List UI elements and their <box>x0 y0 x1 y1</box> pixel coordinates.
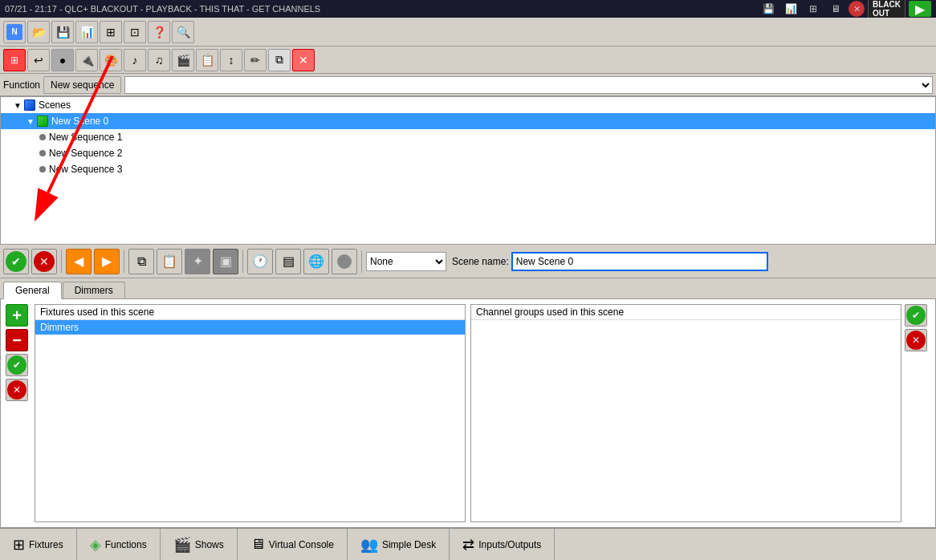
scene-name-input[interactable] <box>511 252 768 271</box>
video-toolbar-btn[interactable]: ♫ <box>148 49 170 71</box>
new-button[interactable]: N <box>3 21 26 43</box>
close-win-icon[interactable]: ✕ <box>849 1 865 17</box>
save-win-icon[interactable]: 💾 <box>759 1 778 17</box>
plugin-win-icon[interactable]: ⊞ <box>804 1 823 17</box>
tree-area: ▼ Scenes ▼ New Scene 0 New Sequence 1 Ne… <box>0 96 936 245</box>
copy-toolbar-btn[interactable]: ⧉ <box>268 49 291 71</box>
paste-mid-btn[interactable]: 📋 <box>157 249 182 274</box>
star-mid-btn[interactable]: ✦ <box>185 249 210 274</box>
dmx-win-icon[interactable]: 🖥 <box>826 1 845 17</box>
functions-bottom-label: Functions <box>105 539 147 550</box>
bottom-tab-simple-desk[interactable]: 👥 Simple Desk <box>348 529 450 560</box>
uncheck-fixture-button[interactable]: ✕ <box>6 379 28 401</box>
copy-mid-btn[interactable]: ⧉ <box>128 249 154 274</box>
tree-item-seq2[interactable]: New Sequence 2 <box>1 145 935 161</box>
tree-item-seq3[interactable]: New Sequence 3 <box>1 161 935 177</box>
expand-scenes-arrow: ▼ <box>14 101 22 110</box>
delete-toolbar-btn[interactable]: ✕ <box>292 49 315 71</box>
bottom-tab-functions[interactable]: ◈ Functions <box>77 529 161 560</box>
cursor-toolbar-btn[interactable]: ↕ <box>220 49 242 71</box>
collapse-mid-btn[interactable]: ▤ <box>275 249 301 274</box>
tab-dimmers[interactable]: Dimmers <box>63 282 125 298</box>
go-button[interactable]: ▶ <box>909 1 931 17</box>
channel-groups-header: Channel groups used in this scene <box>471 305 901 320</box>
back-toolbar-btn[interactable]: ↩ <box>27 49 50 71</box>
film-toolbar-btn[interactable]: 🎬 <box>172 49 194 71</box>
top-toolbar: N 📂 💾 📊 ⊞ ⊡ ❓ 🔍 <box>0 18 936 47</box>
none-select[interactable]: None <box>366 252 446 271</box>
fixtures-list-item-dimmers[interactable]: Dimmers <box>35 320 465 335</box>
sep2 <box>124 250 124 273</box>
palette-toolbar-btn[interactable]: 🎨 <box>100 49 122 71</box>
remove-fixture-icon: − <box>12 332 22 348</box>
star-icon: ✦ <box>193 254 203 269</box>
window-title: 07/21 - 21:17 - QLC+ BLACKOUT - PLAYBACK… <box>5 4 320 14</box>
sep3 <box>242 250 243 273</box>
clock-mid-btn[interactable]: 🕐 <box>247 249 273 274</box>
check-apply-icon: ✔ <box>6 251 26 272</box>
tree-item-scenes[interactable]: ▼ Scenes <box>1 97 935 113</box>
red-fixture-btn[interactable]: ⊞ <box>3 49 26 71</box>
back-mid-btn[interactable]: ◀ <box>66 249 92 274</box>
tree-item-scene0[interactable]: ▼ New Scene 0 <box>1 113 935 129</box>
fixtures-side-buttons: + − ✔ ✕ <box>6 304 31 522</box>
window-bar: 07/21 - 21:17 - QLC+ BLACKOUT - PLAYBACK… <box>0 0 936 18</box>
bottom-tab-fixtures[interactable]: ⊞ Fixtures <box>0 529 77 560</box>
vc-bottom-icon: 🖥 <box>250 536 265 553</box>
save-button[interactable]: 💾 <box>51 21 74 43</box>
forward-icon: ▶ <box>102 254 112 269</box>
grid-button[interactable]: ⊡ <box>124 21 146 43</box>
delete-mid-btn[interactable]: ▣ <box>213 249 238 274</box>
tab-general[interactable]: General <box>3 282 62 299</box>
window-right-controls: 💾 📊 ⊞ 🖥 ✕ BLACKOUT ▶ <box>759 0 931 19</box>
circle-mid-btn[interactable] <box>332 249 357 274</box>
shows-bottom-label: Shows <box>195 539 224 550</box>
seq1-label: New Sequence 1 <box>49 132 122 143</box>
bottom-tab-virtual-console[interactable]: 🖥 Virtual Console <box>238 529 348 560</box>
audio-toolbar-btn[interactable]: ♪ <box>124 49 146 71</box>
monitor-win-icon[interactable]: 📊 <box>781 1 800 17</box>
function-select[interactable] <box>124 76 933 94</box>
seq2-label: New Sequence 2 <box>49 148 122 159</box>
add-channel-button[interactable]: ✔ <box>905 304 927 327</box>
check-fixture-icon: ✔ <box>7 355 26 375</box>
monitor-button[interactable]: 📊 <box>75 21 98 43</box>
scene0-label: New Scene 0 <box>51 116 108 127</box>
scene-name-label: Scene name: <box>452 256 509 267</box>
scenes-folder-icon <box>23 99 36 112</box>
pen-toolbar-btn[interactable]: ✏ <box>244 49 267 71</box>
apply-mid-btn[interactable]: ✔ <box>3 249 29 274</box>
io-bottom-label: Inputs/Outputs <box>478 539 541 550</box>
check-fixture-button[interactable]: ✔ <box>6 354 28 376</box>
add-fixture-button[interactable]: + <box>6 304 28 327</box>
forward-mid-btn[interactable]: ▶ <box>94 249 120 274</box>
circle-icon <box>337 254 352 269</box>
bottom-tab-shows[interactable]: 🎬 Shows <box>161 529 238 560</box>
help-button[interactable]: ❓ <box>148 21 170 43</box>
dmx-button[interactable]: ⊞ <box>100 21 122 43</box>
tree-item-seq1[interactable]: New Sequence 1 <box>1 129 935 145</box>
vc-bottom-label: Virtual Console <box>269 539 334 550</box>
blackout-button[interactable]: BLACKOUT <box>868 0 905 19</box>
desk-toolbar-btn[interactable]: 📋 <box>196 49 218 71</box>
channel-groups-side-buttons: ✔ ✕ <box>905 304 930 522</box>
fixtures-bottom-label: Fixtures <box>29 539 63 550</box>
remove-fixture-button[interactable]: − <box>6 329 28 351</box>
cancel-mid-btn[interactable]: ✕ <box>31 249 57 274</box>
function-bar: Function New sequence <box>0 74 936 96</box>
circle-toolbar-btn[interactable]: ● <box>51 49 74 71</box>
shows-bottom-icon: 🎬 <box>173 536 191 554</box>
seq3-label: New Sequence 3 <box>49 164 122 175</box>
add-fixture-icon: + <box>12 307 22 323</box>
search-button[interactable]: 🔍 <box>172 21 194 43</box>
open-button[interactable]: 📂 <box>27 21 50 43</box>
fixtures-bottom-icon: ⊞ <box>13 536 25 554</box>
plugin-toolbar-btn[interactable]: 🔌 <box>75 49 98 71</box>
bottom-tab-io[interactable]: ⇄ Inputs/Outputs <box>450 529 555 560</box>
remove-channel-icon: ✕ <box>906 331 926 350</box>
new-sequence-button[interactable]: New sequence <box>43 76 121 94</box>
app-wrapper: 07/21 - 21:17 - QLC+ BLACKOUT - PLAYBACK… <box>0 0 936 560</box>
remove-channel-button[interactable]: ✕ <box>905 329 927 351</box>
globe-mid-btn[interactable]: 🌐 <box>303 249 329 274</box>
second-toolbar: ⊞ ↩ ● 🔌 🎨 ♪ ♫ 🎬 📋 ↕ ✏ ⧉ ✕ <box>0 47 936 74</box>
